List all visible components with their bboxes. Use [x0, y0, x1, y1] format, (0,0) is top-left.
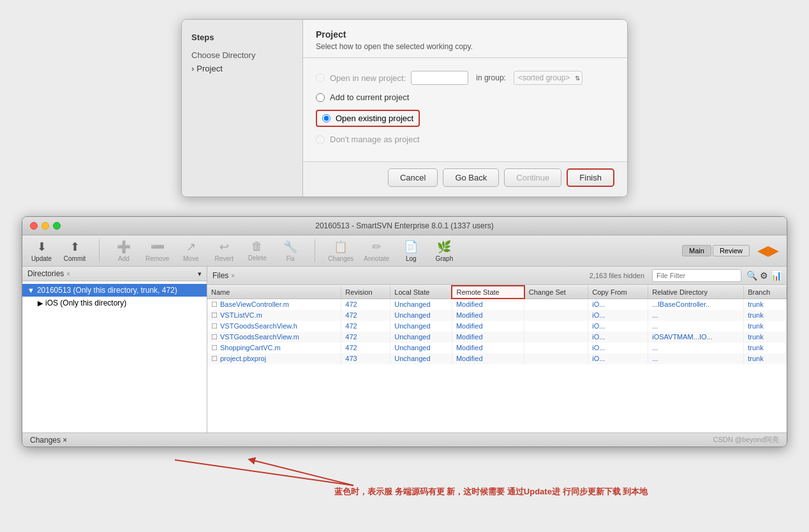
finish-button[interactable]: Finish — [567, 168, 614, 187]
file-change-set — [524, 299, 588, 310]
traffic-lights — [30, 222, 61, 230]
file-local-state: Unchanged — [390, 310, 452, 321]
option-add-current[interactable]: Add to current project — [316, 92, 614, 102]
file-icon: ☐ — [211, 333, 218, 341]
directory-tree[interactable]: ▼ 20160513 (Only this directory, trunk, … — [22, 281, 207, 432]
file-change-set — [524, 353, 588, 364]
col-branch[interactable]: Branch — [744, 286, 787, 299]
new-project-name-input[interactable] — [411, 71, 468, 85]
col-revision[interactable]: Revision — [341, 286, 390, 299]
toolbar-delete[interactable]: 🗑 Delete — [246, 240, 269, 262]
dialog-body: Open in new project: in group: <sorted g… — [303, 58, 627, 161]
table-row[interactable]: ☐VSTListVC.m472UnchangedModifiediO......… — [207, 310, 787, 321]
directories-tab[interactable]: Directories × — [27, 269, 70, 278]
files-close[interactable]: × — [231, 272, 235, 279]
file-copy-from: iO... — [588, 310, 648, 321]
files-tab[interactable]: Files × — [212, 271, 235, 280]
commit-icon: ⬆ — [70, 240, 80, 254]
csdn-credit: CSDN @beyond阿亮 — [713, 435, 779, 445]
file-name-cell: ☐ShoppingCartVC.m — [207, 343, 341, 353]
radio-open-new[interactable] — [316, 73, 325, 82]
file-revision: 472 — [341, 310, 390, 321]
col-local-state[interactable]: Local State — [390, 286, 452, 299]
filter-icon-3[interactable]: 📊 — [771, 270, 782, 281]
step-choose-directory[interactable]: Choose Directory — [191, 48, 293, 62]
dialog-section-desc: Select how to open the selected working … — [316, 42, 614, 51]
table-row[interactable]: ☐VSTGoodsSearchView.h472UnchangedModifie… — [207, 321, 787, 332]
files-panel: Files × 2,163 files hidden 🔍 ⚙ 📊 — [207, 267, 787, 432]
add-label: Add — [118, 255, 130, 262]
radio-add-current[interactable] — [316, 93, 325, 102]
table-row[interactable]: ☐ShoppingCartVC.m472UnchangedModifiediO.… — [207, 343, 787, 353]
go-back-button[interactable]: Go Back — [443, 168, 499, 187]
radio-open-existing[interactable] — [322, 114, 330, 122]
close-button[interactable] — [30, 222, 38, 230]
group-select[interactable]: <sorted group> — [514, 71, 583, 85]
file-name-cell: ☐VSTListVC.m — [207, 310, 341, 321]
file-name-cell: ☐BaseViewController.m — [207, 299, 341, 310]
file-remote-state: Modified — [452, 343, 524, 353]
toolbar-update[interactable]: ⬇ Update — [30, 240, 53, 262]
file-icon: ☐ — [211, 355, 218, 363]
file-filter-input[interactable] — [652, 269, 741, 282]
file-revision: 472 — [341, 321, 390, 332]
toolbar-fix[interactable]: 🔧 Fix — [279, 240, 302, 262]
annotation-area: 蓝色时，表示服 务端源码有更 新，这时候需要 通过Update进 行同步更新下载… — [22, 447, 787, 532]
file-name-cell: ☐VSTGoodsSearchView.h — [207, 321, 341, 332]
col-remote-state[interactable]: Remote State — [452, 286, 524, 299]
project-dialog: Steps Choose Directory › Project Project… — [181, 19, 628, 197]
fullscreen-button[interactable] — [53, 222, 61, 230]
table-row[interactable]: ☐BaseViewController.m472UnchangedModifie… — [207, 299, 787, 310]
col-relative-dir[interactable]: Relative Directory — [648, 286, 744, 299]
directories-close[interactable]: × — [66, 270, 70, 277]
toolbar-log[interactable]: 📄 Log — [399, 240, 422, 262]
nav-arrows[interactable]: ◀▶ — [757, 242, 779, 259]
toolbar-graph[interactable]: 🌿 Graph — [433, 240, 456, 262]
toolbar-changes[interactable]: 📋 Changes — [328, 240, 353, 262]
file-change-set — [524, 310, 588, 321]
col-change-set[interactable]: Change Set — [524, 286, 588, 299]
label-add-current: Add to current project — [330, 92, 409, 102]
col-name[interactable]: Name — [207, 286, 341, 299]
tab-main[interactable]: Main — [682, 245, 711, 256]
label-open-existing: Open existing project — [336, 114, 413, 123]
file-branch: trunk — [744, 353, 787, 364]
file-name: VSTListVC.m — [220, 311, 262, 319]
radio-dont-manage[interactable] — [316, 135, 325, 144]
toolbar-add[interactable]: ➕ Add — [112, 240, 135, 262]
graph-label: Graph — [435, 255, 453, 262]
file-revision: 472 — [341, 299, 390, 310]
option-dont-manage[interactable]: Don't manage as project — [316, 135, 614, 144]
svn-content: Directories × ▾ ▼ 20160513 (Only this di… — [22, 267, 787, 432]
file-revision: 472 — [341, 332, 390, 343]
dir-item-root[interactable]: ▼ 20160513 (Only this directory, trunk, … — [22, 284, 207, 297]
continue-button[interactable]: Continue — [504, 168, 561, 187]
cancel-button[interactable]: Cancel — [388, 168, 438, 187]
toolbar-move[interactable]: ↗ Move — [179, 240, 202, 262]
table-row[interactable]: ☐project.pbxproj473UnchangedModifiediO..… — [207, 353, 787, 364]
directories-dropdown[interactable]: ▾ — [198, 270, 202, 278]
folder-collapse-icon: ▼ — [27, 286, 34, 294]
file-name-cell: ☐VSTGoodsSearchView.m — [207, 332, 341, 343]
open-existing-box[interactable]: Open existing project — [316, 110, 420, 127]
col-copy-from[interactable]: Copy From — [588, 286, 648, 299]
changes-tab[interactable]: Changes × — [30, 436, 67, 445]
toolbar-annotate[interactable]: ✏ Annotate — [364, 240, 389, 262]
dialog-footer: Cancel Go Back Continue Finish — [303, 161, 627, 196]
filter-icon-1[interactable]: 🔍 — [746, 270, 757, 281]
option-open-new-project[interactable]: Open in new project: in group: <sorted g… — [316, 71, 614, 85]
revert-label: Revert — [215, 255, 234, 262]
filter-icon-2[interactable]: ⚙ — [760, 270, 768, 281]
toolbar-commit[interactable]: ⬆ Commit — [63, 240, 86, 262]
view-tabs: Main Review — [682, 245, 750, 256]
group-select-wrapper[interactable]: <sorted group> — [514, 71, 583, 85]
svn-window: 20160513 - SmartSVN Enterprise 8.0.1 (13… — [22, 216, 787, 447]
dir-item-ios[interactable]: ▶ iOS (Only this directory) — [22, 297, 207, 309]
toolbar-revert[interactable]: ↩ Revert — [212, 240, 235, 262]
svn-title: 20160513 - SmartSVN Enterprise 8.0.1 (13… — [315, 221, 493, 230]
table-row[interactable]: ☐VSTGoodsSearchView.m472UnchangedModifie… — [207, 332, 787, 343]
toolbar-remove[interactable]: ➖ Remove — [145, 240, 169, 262]
minimize-button[interactable] — [41, 222, 49, 230]
file-relative-dir: ... — [648, 321, 744, 332]
tab-review[interactable]: Review — [713, 245, 750, 256]
